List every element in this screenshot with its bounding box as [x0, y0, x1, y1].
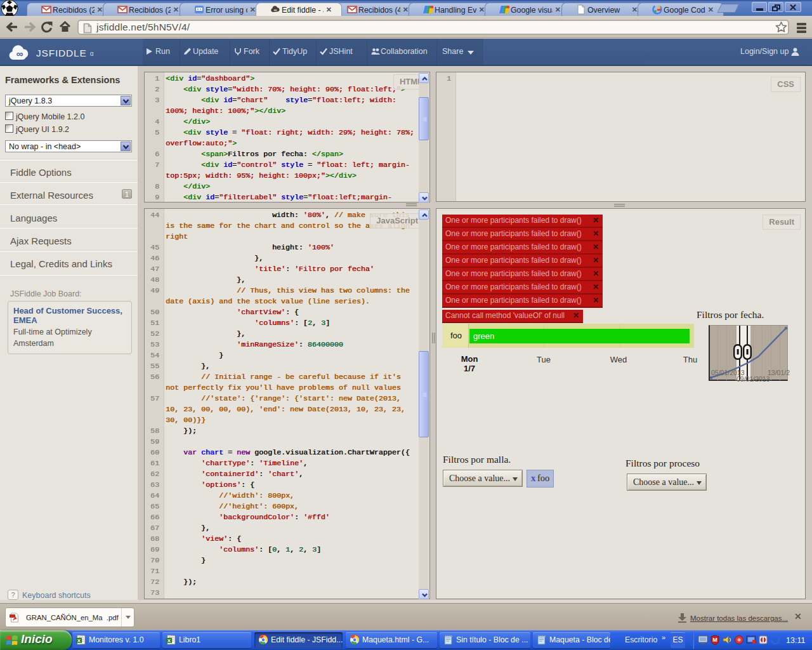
- svg-text:M: M: [712, 637, 717, 643]
- svg-text:X: X: [77, 638, 81, 644]
- svg-text:∞: ∞: [274, 8, 277, 12]
- svg-text:∞: ∞: [16, 48, 23, 59]
- svg-text:X: X: [167, 638, 171, 644]
